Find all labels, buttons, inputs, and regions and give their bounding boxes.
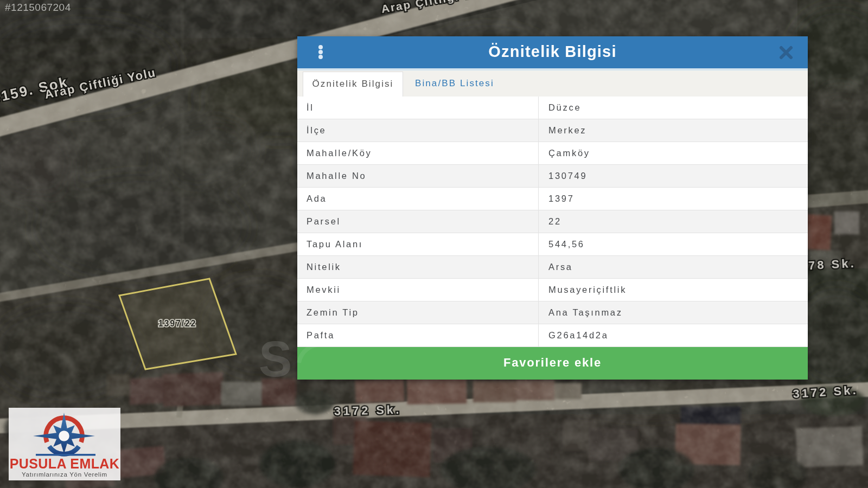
- svg-text:Yatırımlarınıza Yön Verelim: Yatırımlarınıza Yön Verelim: [22, 471, 107, 478]
- svg-text:PUSULA EMLAK: PUSULA EMLAK: [10, 456, 119, 471]
- svg-text:1397/22: 1397/22: [158, 319, 196, 328]
- svg-text:3172 Sk.: 3172 Sk.: [334, 403, 401, 418]
